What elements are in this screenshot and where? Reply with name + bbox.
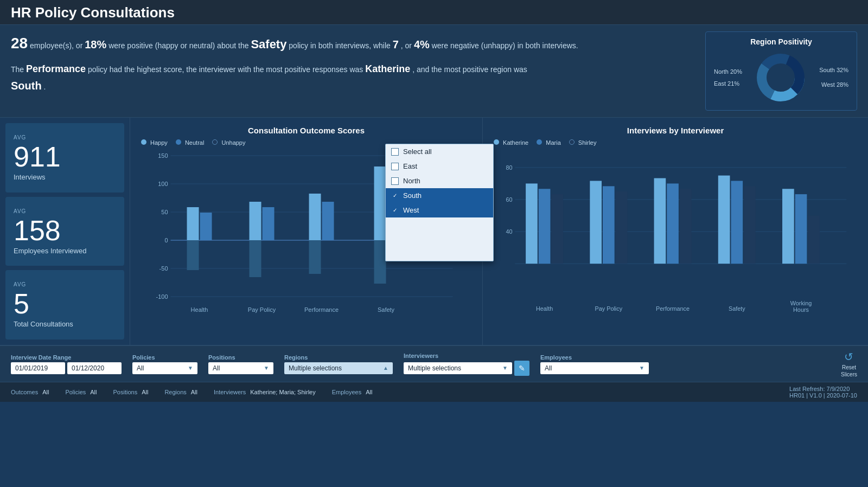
svg-text:-50: -50 (159, 265, 168, 272)
neutral-dot (176, 139, 181, 145)
positions-select[interactable]: All ▼ (208, 362, 273, 374)
checkbox-east[interactable] (391, 163, 399, 170)
policies-filter: Policies All ▼ (132, 354, 197, 374)
footer-interviewers: Interviewers Katherine; Maria; Shirley (214, 389, 316, 395)
dropdown-west[interactable]: ✓ West (386, 203, 493, 217)
unhappy-dot (212, 139, 218, 145)
bar-pay-unhappy (250, 240, 261, 277)
svg-text:Health: Health (191, 306, 208, 313)
version-info: HR01 | V1.0 | 2020-07-10 (789, 392, 857, 399)
footer-regions-val: All (191, 389, 197, 395)
kpi-interviews: AVG 911 Interviews (5, 123, 124, 193)
svg-rect-36 (680, 189, 692, 264)
regions-filter: Regions Multiple selections ▲ (284, 354, 393, 374)
edit-interviewers-button[interactable]: ✎ (514, 361, 529, 376)
bar-pay-happy (250, 202, 261, 240)
legend-happy: Happy (141, 139, 168, 146)
policy-safety: Safety (251, 37, 286, 51)
reset-icon: ↺ (844, 350, 853, 363)
checkbox-west[interactable]: ✓ (391, 207, 399, 214)
svg-rect-33 (616, 191, 628, 264)
svg-text:Safety: Safety (378, 306, 395, 313)
svg-text:80: 80 (506, 164, 512, 171)
footer-interviewers-label: Interviewers (214, 389, 246, 395)
interviewers-select[interactable]: Multiple selections ▼ (404, 362, 512, 374)
interviewers-label: Interviewers (404, 353, 529, 359)
date-range-label: Interview Date Range (11, 354, 122, 361)
svg-rect-34 (654, 178, 666, 264)
svg-text:Health: Health (536, 305, 553, 312)
date-to-input[interactable] (67, 362, 122, 374)
checkbox-south[interactable]: ✓ (391, 192, 399, 200)
header: HR Policy Consultations (0, 0, 868, 25)
dropdown-select-all[interactable]: Select all (386, 144, 493, 159)
footer-outcomes: Outcomes All (11, 389, 49, 395)
summary-text-1e: were negative (unhappy) in both intervie… (432, 41, 578, 50)
summary-text-1b: were positive (happy or neutral) about t… (108, 41, 248, 50)
negative-count: 7 (393, 39, 399, 50)
svg-rect-38 (731, 181, 743, 264)
dropdown-east-label: East (403, 162, 417, 170)
footer-policies-label: Policies (65, 389, 86, 395)
dropdown-east[interactable]: East (386, 159, 493, 174)
svg-text:Pay Policy: Pay Policy (248, 306, 276, 313)
regions-select[interactable]: Multiple selections ▲ (284, 362, 393, 374)
kpi-employees-label-top: AVG (14, 208, 116, 214)
bar-perf-neutral (322, 202, 334, 240)
footer-regions-label: Regions (164, 389, 186, 395)
date-from-input[interactable] (11, 362, 65, 374)
charts-area: Consultation Outcome Scores Happy Neutra… (130, 118, 868, 345)
bar-perf-unhappy (309, 240, 321, 274)
kpi-employees-label: Employees Interviewed (14, 247, 116, 255)
region-positivity-panel: Region Positivity North 20% East 21% Sou… (705, 31, 857, 111)
kpi-consultations-label-top: AVG (14, 281, 116, 287)
donut-labels-right: South 32% West 28% (819, 63, 848, 93)
positions-value: All (213, 364, 220, 372)
katherine-dot (494, 139, 499, 145)
svg-text:50: 50 (161, 209, 168, 215)
legend-katherine: Katherine (494, 139, 528, 146)
footer-status: Outcomes All Policies All Positions All … (0, 382, 868, 402)
dropdown-south-label: South (403, 191, 422, 200)
employees-select[interactable]: All ▼ (540, 362, 649, 374)
west-label: West 28% (819, 78, 848, 93)
east-label: East 21% (714, 78, 742, 89)
footer-positions: Positions All (113, 389, 149, 395)
checkbox-north[interactable] (391, 177, 399, 185)
svg-rect-42 (808, 216, 820, 264)
north-label: North 20% (714, 66, 742, 78)
reset-slicers-button[interactable]: ↺ Reset Slicers (841, 350, 857, 377)
dropdown-select-all-label: Select all (403, 148, 432, 156)
bar-health-unhappy (187, 240, 199, 270)
footer-interviewers-val: Katherine; Maria; Shirley (250, 389, 315, 395)
svg-text:60: 60 (506, 196, 512, 203)
dropdown-north[interactable]: North (386, 174, 493, 188)
summary-bar: 28 employee(s), or 18% were positive (ha… (0, 25, 868, 118)
dropdown-south[interactable]: ✓ South (386, 188, 493, 203)
svg-rect-30 (551, 194, 563, 264)
svg-rect-35 (667, 183, 679, 264)
employees-value: All (545, 364, 552, 372)
regions-dropdown[interactable]: Select all East North ✓ South ✓ West (385, 144, 494, 261)
svg-rect-29 (539, 189, 551, 264)
summary-text-2c: , and the most positive region was (412, 65, 527, 74)
footer-right: Last Refresh: 7/9/2020 HR01 | V1.0 | 202… (789, 386, 857, 399)
page-title: HR Policy Consultations (11, 4, 857, 21)
employees-filter: Employees All ▼ (540, 354, 649, 374)
regions-value: Multiple selections (289, 364, 342, 372)
summary-text-1d: , or (401, 41, 412, 50)
interviewers-filter: Interviewers Multiple selections ▼ ✎ (404, 353, 529, 376)
policies-select[interactable]: All ▼ (132, 362, 197, 374)
reset-label: Reset (842, 364, 856, 370)
interviewers-value: Multiple selections (408, 364, 461, 372)
checkbox-select-all[interactable] (391, 148, 399, 156)
positions-label: Positions (208, 354, 273, 361)
svg-text:Hours: Hours (793, 306, 809, 313)
interviewer-legend: Katherine Maria Shirley (494, 139, 857, 146)
legend-shirley: Shirley (569, 139, 597, 146)
svg-text:0: 0 (164, 237, 168, 244)
south-label: South 32% (819, 63, 848, 78)
footer-outcomes-label: Outcomes (11, 389, 38, 395)
bar-health-neutral (200, 213, 212, 240)
kpi-interviews-label: Interviews (14, 173, 116, 181)
